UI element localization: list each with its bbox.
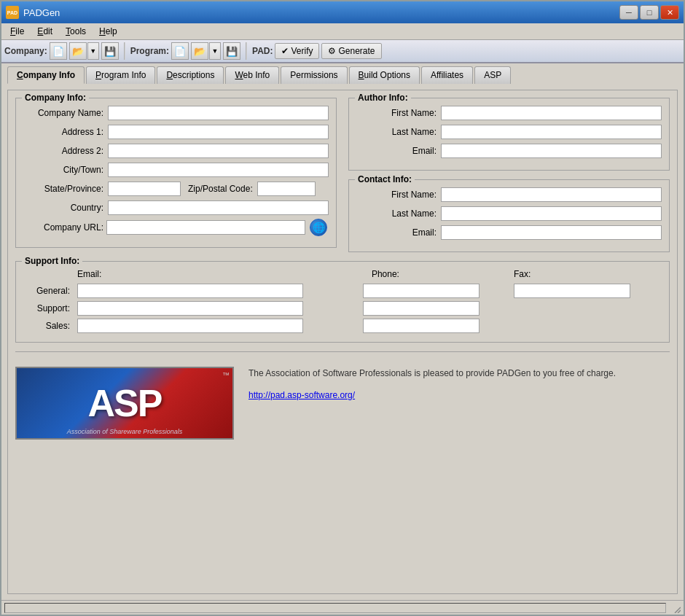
- verify-label: Verify: [291, 46, 313, 56]
- asp-subtitle: Association of Shareware Professionals: [17, 428, 232, 435]
- city-input[interactable]: [108, 163, 329, 177]
- window-title: PADGen: [23, 7, 60, 18]
- contact-first-label: First Name:: [356, 190, 437, 200]
- zip-input[interactable]: [257, 182, 316, 196]
- general-email-cell: [74, 282, 360, 300]
- contact-email-label: Email:: [356, 227, 437, 238]
- general-label: General:: [23, 282, 74, 300]
- generate-button[interactable]: ⚙ Generate: [321, 43, 381, 59]
- support-sales-row: Sales:: [23, 317, 662, 335]
- company-save-button[interactable]: 💾: [101, 42, 119, 60]
- company-open-button[interactable]: 📂: [69, 42, 87, 60]
- program-open-section: 📂 ▼: [191, 42, 221, 60]
- contact-first-row: First Name:: [356, 187, 662, 202]
- menu-help[interactable]: Help: [93, 25, 123, 38]
- close-button[interactable]: ✕: [660, 5, 679, 20]
- company-info-label: Company Info:: [22, 93, 89, 103]
- contact-info-group: Contact Info: First Name: Last Name: Ema…: [348, 179, 670, 252]
- footer-text-area: The Association of Software Professional…: [248, 367, 616, 400]
- author-first-input[interactable]: [441, 106, 662, 120]
- author-email-input[interactable]: [441, 144, 662, 158]
- tab-asp[interactable]: ASP: [474, 66, 511, 84]
- company-url-input[interactable]: [106, 220, 305, 235]
- author-info-group: Author Info: First Name: Last Name: Emai…: [348, 98, 670, 171]
- sales-phone-input[interactable]: [363, 319, 480, 333]
- author-last-input[interactable]: [441, 125, 662, 139]
- support-email-header: Email:: [74, 269, 360, 282]
- address1-label: Address 1:: [23, 127, 103, 137]
- footer-divider: [15, 351, 670, 352]
- address2-input[interactable]: [108, 144, 329, 158]
- address1-row: Address 1:: [23, 125, 329, 139]
- company-label: Company:: [4, 46, 47, 56]
- state-input[interactable]: [108, 182, 181, 196]
- city-label: City/Town:: [23, 165, 103, 175]
- svg-line-1: [678, 610, 681, 613]
- pad-label: PAD:: [252, 46, 273, 56]
- program-open-button[interactable]: 📂: [191, 42, 208, 60]
- maximize-button[interactable]: □: [640, 5, 659, 20]
- general-phone-cell: [360, 282, 511, 300]
- program-label: Program:: [130, 46, 169, 56]
- general-email-input[interactable]: [77, 284, 303, 298]
- menu-edit[interactable]: Edit: [31, 25, 58, 38]
- content-inner: Company Info: Company Name: Address 1: A…: [7, 90, 678, 594]
- main-two-col: Company Info: Company Name: Address 1: A…: [15, 98, 670, 261]
- author-last-label: Last Name:: [356, 127, 437, 137]
- globe-icon: 🌐: [310, 219, 327, 236]
- company-name-input[interactable]: [108, 106, 329, 120]
- company-name-row: Company Name:: [23, 106, 329, 120]
- support-info-label: Support Info:: [22, 256, 82, 266]
- country-label: Country:: [23, 203, 103, 213]
- asp-logo-inner: ASP ™ Association of Shareware Professio…: [17, 368, 232, 438]
- author-first-label: First Name:: [356, 108, 437, 118]
- contact-last-input[interactable]: [441, 206, 662, 221]
- asp-logo-bg: ASP ™ Association of Shareware Professio…: [17, 368, 232, 438]
- toolbar: Company: 📄 📂 ▼ 💾 Program: 📄 📂 ▼ 💾 PAD: ✔: [1, 40, 684, 63]
- separator-2: [246, 42, 247, 60]
- company-new-button[interactable]: 📄: [50, 42, 67, 60]
- tab-company-info[interactable]: Company Info: [7, 66, 85, 84]
- tab-affiliates[interactable]: Affiliates: [421, 66, 473, 84]
- tabs-bar: Company Info Program Info Descriptions W…: [1, 63, 684, 84]
- company-url-button[interactable]: 🌐: [308, 219, 329, 235]
- program-save-button[interactable]: 💾: [223, 42, 240, 60]
- support-fax-cell: [511, 300, 662, 317]
- general-phone-input[interactable]: [363, 284, 480, 298]
- support-phone-cell: [360, 300, 511, 317]
- address2-row: Address 2:: [23, 144, 329, 158]
- footer-link[interactable]: http://pad.asp-software.org/: [248, 390, 355, 400]
- sales-email-input[interactable]: [77, 319, 303, 333]
- tab-permissions[interactable]: Permissions: [281, 66, 347, 84]
- status-bar: [1, 600, 684, 615]
- contact-email-input[interactable]: [441, 225, 662, 240]
- tab-web-info[interactable]: Web Info: [225, 66, 279, 84]
- resize-grip[interactable]: [669, 603, 681, 613]
- support-info-group: Support Info: Email: Phone: Fax: General…: [15, 261, 670, 343]
- company-open-dropdown[interactable]: ▼: [87, 42, 99, 60]
- menu-file[interactable]: File: [4, 25, 30, 38]
- generate-label: Generate: [338, 46, 375, 56]
- program-new-button[interactable]: 📄: [171, 42, 189, 60]
- tab-descriptions[interactable]: Descriptions: [157, 66, 224, 84]
- company-name-label: Company Name:: [23, 108, 103, 118]
- main-window: PAD PADGen ─ □ ✕ File Edit Tools Help Co…: [0, 0, 685, 616]
- verify-button[interactable]: ✔ Verify: [275, 43, 319, 59]
- contact-first-input[interactable]: [441, 187, 662, 202]
- status-panel: [4, 603, 666, 613]
- title-bar: PAD PADGen ─ □ ✕: [1, 1, 684, 23]
- program-open-dropdown[interactable]: ▼: [209, 42, 221, 60]
- menu-tools[interactable]: Tools: [60, 25, 92, 38]
- support-email-input[interactable]: [77, 301, 303, 316]
- tab-program-info[interactable]: Program Info: [86, 66, 155, 84]
- support-phone-input[interactable]: [363, 301, 480, 316]
- city-row: City/Town:: [23, 163, 329, 177]
- general-fax-input[interactable]: [514, 284, 630, 298]
- country-input[interactable]: [108, 200, 329, 215]
- company-url-label: Company URL:: [23, 222, 103, 233]
- footer-description: The Association of Software Professional…: [248, 367, 616, 380]
- address1-input[interactable]: [108, 125, 329, 139]
- minimize-button[interactable]: ─: [619, 5, 638, 20]
- tab-build-options[interactable]: Build Options: [349, 66, 420, 84]
- state-label: State/Province:: [23, 184, 103, 194]
